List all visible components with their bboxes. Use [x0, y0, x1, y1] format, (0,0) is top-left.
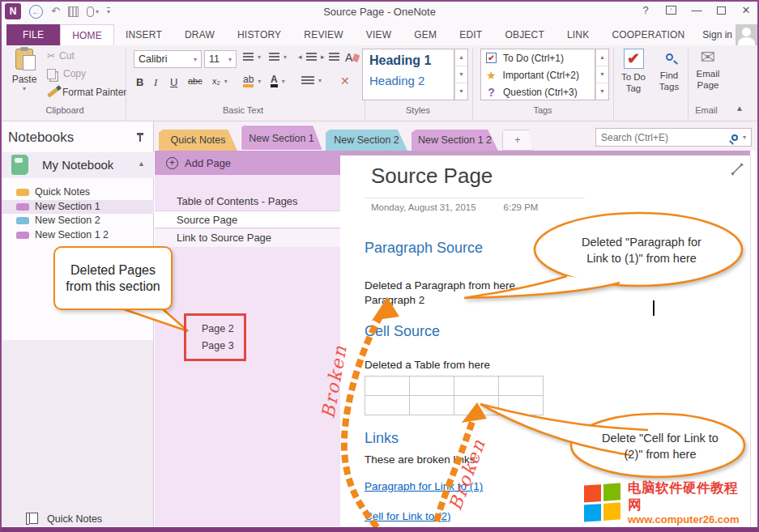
create-section-tab[interactable]: +: [502, 130, 533, 151]
tab-draw[interactable]: DRAW: [173, 24, 226, 45]
copy-button[interactable]: Copy: [47, 68, 86, 79]
tags-scroll[interactable]: ▲▼▼: [595, 49, 609, 100]
stacked-pages-icon: [29, 513, 38, 524]
page-item-source-page[interactable]: Source Page: [155, 211, 340, 228]
table-caption-text[interactable]: Deleted a Table from here: [365, 359, 490, 371]
broken-link-cell[interactable]: Cell for Link to (2): [365, 510, 451, 522]
bold-button[interactable]: B: [136, 76, 143, 88]
add-page-button[interactable]: + Add Page: [155, 151, 340, 175]
paragraph-align-button[interactable]: ▾: [301, 76, 322, 84]
cut-button[interactable]: ✂Cut: [47, 50, 75, 62]
heading-cell-source[interactable]: Cell Source: [365, 323, 440, 340]
maximize-icon[interactable]: [717, 6, 726, 15]
tab-view[interactable]: VIEW: [355, 24, 403, 45]
tab-cooperation[interactable]: COOPERATION: [600, 24, 696, 45]
section-tab-new-section-1-2[interactable]: New Section 1 2: [411, 130, 498, 151]
site-logo: 电脑软件硬件教程网 www.computer26.com: [584, 483, 750, 523]
page-date: Monday, August 31, 20156:29 PM: [371, 202, 538, 212]
style-heading1[interactable]: Heading 1: [363, 49, 454, 72]
tag-question[interactable]: ? Question (Ctrl+3): [481, 83, 595, 100]
user-avatar[interactable]: [736, 24, 757, 45]
paragraph-text-1[interactable]: Deleted a Paragraph from here.: [365, 279, 518, 292]
email-page-button[interactable]: ✉ EmailPage: [690, 47, 726, 105]
sidebar-section-new-section-1-2[interactable]: New Section 1 2: [0, 228, 154, 243]
highlight-button[interactable]: ab▾: [243, 74, 261, 87]
format-painter-icon: [47, 87, 58, 98]
notebook-icon: [11, 155, 28, 175]
clear-formatting-icon: A: [345, 51, 359, 64]
ribbon-display-options-icon[interactable]: ↑: [666, 6, 676, 15]
help-icon[interactable]: ?: [639, 4, 652, 16]
section-tab-quick-notes[interactable]: Quick Notes: [159, 130, 237, 151]
tab-link[interactable]: LINK: [556, 24, 600, 45]
empty-table[interactable]: [365, 376, 544, 415]
subscript-button[interactable]: x₂▾: [212, 76, 228, 86]
page-item-link-to-source[interactable]: Link to Source Page: [155, 229, 340, 247]
page-title[interactable]: Source Page: [371, 164, 492, 189]
format-painter-button[interactable]: Format Painter: [47, 87, 126, 98]
close-icon[interactable]: ✕: [740, 4, 753, 16]
collapse-notebook-icon[interactable]: ▲: [138, 160, 145, 168]
quick-notes-shortcut[interactable]: Quick Notes: [0, 510, 154, 528]
sidebar-section-new-section-2[interactable]: New Section 2: [0, 214, 154, 228]
clear-formatting-button[interactable]: A: [345, 51, 359, 64]
todo-tag-button[interactable]: ✔ To DoTag: [616, 47, 651, 105]
site-logo-title: 电脑软件硬件教程网: [628, 479, 750, 513]
section-tab-new-section-1[interactable]: New Section 1: [241, 125, 322, 151]
paste-icon: [15, 49, 33, 70]
style-heading2[interactable]: Heading 2: [363, 72, 454, 89]
section-icon: [16, 217, 29, 224]
tag-important[interactable]: ★ Important (Ctrl+2): [481, 66, 595, 83]
pin-icon[interactable]: [136, 133, 144, 143]
tab-review[interactable]: REVIEW: [292, 24, 355, 45]
ribbon: Paste ▾ ✂Cut Copy Format Painter Clipboa…: [0, 45, 759, 121]
bullets-button[interactable]: ▾: [243, 53, 261, 61]
heading-paragraph-source[interactable]: Paragraph Source: [365, 240, 483, 257]
font-name-select[interactable]: Calibri▾: [134, 50, 202, 68]
full-page-view-icon[interactable]: [730, 162, 744, 177]
strikethrough-button[interactable]: abc: [188, 76, 203, 86]
tab-gem[interactable]: GEM: [403, 24, 448, 45]
page-canvas[interactable]: Source Page Monday, August 31, 20156:29 …: [341, 155, 750, 526]
paragraph-text-2[interactable]: Paragraph 2: [365, 294, 424, 306]
styles-group-label: Styles: [369, 105, 467, 115]
minimize-icon[interactable]: —: [690, 4, 703, 16]
tab-object[interactable]: OBJECT: [493, 24, 556, 45]
delete-button[interactable]: ✕: [340, 74, 350, 87]
decrease-indent-button[interactable]: ◂: [298, 53, 317, 61]
tab-insert[interactable]: INSERT: [114, 24, 173, 45]
broken-link-paragraph[interactable]: Paragraph for Link to (1): [365, 480, 483, 492]
search-input[interactable]: [601, 132, 727, 143]
search-scope-dropdown-icon[interactable]: ▾: [743, 134, 746, 141]
add-page-icon: +: [166, 157, 178, 169]
italic-button[interactable]: I: [154, 76, 157, 89]
tab-edit[interactable]: EDIT: [448, 24, 493, 45]
important-star-icon: ★: [486, 69, 497, 82]
tab-history[interactable]: HISTORY: [226, 24, 292, 45]
right-gutter: [750, 155, 757, 526]
font-size-select[interactable]: 11▾: [204, 50, 237, 68]
align-icon: [301, 76, 314, 84]
find-tags-button[interactable]: FindTags: [651, 47, 687, 105]
links-intro-text[interactable]: These are broken links:: [365, 453, 478, 466]
tab-home[interactable]: HOME: [60, 24, 114, 45]
increase-indent-button[interactable]: ▸: [321, 53, 339, 61]
collapse-ribbon-icon[interactable]: ▲: [736, 104, 744, 113]
section-tab-new-section-2[interactable]: New Section 2: [326, 130, 407, 151]
sign-in-link[interactable]: Sign in: [702, 29, 732, 40]
paste-button[interactable]: Paste ▾: [6, 49, 42, 109]
font-color-button[interactable]: A▾: [271, 74, 285, 87]
notebook-my-notebook[interactable]: My Notebook ▲: [0, 152, 154, 178]
styles-scroll[interactable]: ▲▼▼: [454, 49, 468, 100]
numbering-button[interactable]: ▾: [269, 53, 287, 61]
tag-todo[interactable]: ✔ To Do (Ctrl+1): [481, 49, 595, 66]
sidebar-section-new-section-1[interactable]: New Section 1: [0, 200, 154, 215]
basic-text-group-label: Basic Text: [194, 105, 292, 115]
search-box[interactable]: ▾: [595, 128, 752, 147]
tab-file[interactable]: FILE: [6, 24, 60, 45]
sidebar-section-quick-notes[interactable]: Quick Notes: [0, 185, 154, 200]
heading-links[interactable]: Links: [365, 430, 399, 447]
todo-checkbox-icon: ✔: [486, 53, 497, 63]
underline-button[interactable]: U: [170, 76, 177, 88]
page-item-toc[interactable]: Table of Contents - Pages: [155, 193, 340, 211]
